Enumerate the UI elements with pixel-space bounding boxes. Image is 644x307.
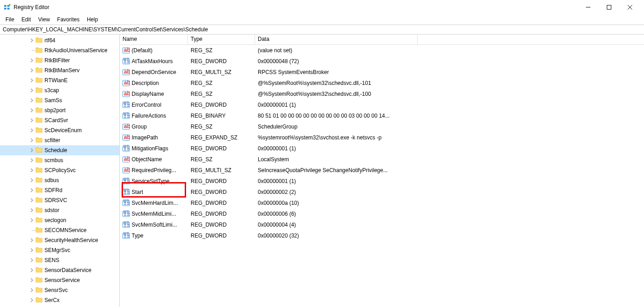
list-row[interactable]: ImagePathREG_EXPAND_SZ%systemroot%\syste… — [120, 132, 644, 143]
chevron-right-icon[interactable] — [29, 267, 34, 273]
column-name[interactable]: Name — [120, 35, 188, 45]
minimize-button[interactable] — [578, 0, 599, 15]
value-type-cell: REG_SZ — [188, 80, 255, 86]
value-name-cell: ImagePath — [120, 134, 188, 141]
address-bar[interactable]: Computer\HKEY_LOCAL_MACHINE\SYSTEM\Curre… — [0, 25, 644, 35]
registry-binary-icon — [123, 145, 130, 152]
column-type[interactable]: Type — [188, 35, 255, 45]
tree-node-sdfrd[interactable]: SDFRd — [0, 185, 119, 195]
folder-icon — [35, 216, 44, 225]
chevron-right-icon[interactable] — [29, 58, 34, 63]
value-name: (Default) — [132, 47, 152, 54]
tree-node-sbp2port[interactable]: sbp2port — [0, 105, 119, 115]
chevron-right-icon[interactable] — [29, 88, 34, 93]
window-title: Registry Editor — [14, 4, 578, 10]
registry-string-icon — [123, 90, 130, 98]
chevron-right-icon[interactable] — [29, 138, 34, 143]
tree-node-scardsvr[interactable]: SCardSvr — [0, 115, 119, 125]
chevron-right-icon[interactable] — [29, 277, 34, 283]
tree-node-sensordataservice[interactable]: SensorDataService — [0, 265, 119, 275]
tree-node-sensorservice[interactable]: SensorService — [0, 275, 119, 285]
chevron-right-icon[interactable] — [29, 198, 34, 203]
chevron-right-icon[interactable] — [29, 158, 34, 163]
list-row[interactable]: ServiceSidTypeREG_DWORD0x00000001 (1) — [120, 176, 644, 187]
chevron-right-icon[interactable] — [29, 297, 34, 303]
list-row[interactable]: ErrorControlREG_DWORD0x00000001 (1) — [120, 99, 644, 110]
chevron-right-icon[interactable] — [29, 68, 34, 73]
value-data-cell: 0x00000002 (2) — [255, 189, 418, 195]
tree-node-sdrsvc[interactable]: SDRSVC — [0, 195, 119, 205]
tree-node-sdstor[interactable]: sdstor — [0, 205, 119, 215]
list-body[interactable]: (Default)REG_SZ(value not set)AtTaskMaxH… — [120, 45, 644, 307]
list-row[interactable]: SvcMemMidLimi...REG_DWORD0x00000006 (6) — [120, 208, 644, 219]
list-row[interactable]: RequiredPrivileg...REG_MULTI_SZSeIncreas… — [120, 165, 644, 176]
list-row[interactable]: StartREG_DWORD0x00000002 (2) — [120, 187, 644, 198]
menu-help[interactable]: Help — [83, 15, 102, 24]
chevron-right-icon[interactable] — [29, 218, 34, 223]
list-row[interactable]: (Default)REG_SZ(value not set) — [120, 45, 644, 56]
value-name: ServiceSidType — [132, 178, 169, 184]
chevron-right-icon[interactable] — [29, 78, 34, 83]
chevron-right-icon[interactable] — [29, 148, 34, 153]
menu-edit[interactable]: Edit — [18, 15, 34, 24]
tree-node-secomnservice[interactable]: SECOMNService — [0, 225, 119, 235]
list-row[interactable]: TypeREG_DWORD0x00000020 (32) — [120, 230, 644, 241]
tree-node-sdbus[interactable]: sdbus — [0, 175, 119, 185]
tree-node-rtkbtfilter[interactable]: RtkBtFilter — [0, 55, 119, 65]
tree-node-samss[interactable]: SamSs — [0, 95, 119, 105]
list-row[interactable]: ObjectNameREG_SZLocalSystem — [120, 154, 644, 165]
column-data[interactable]: Data — [255, 35, 418, 45]
tree-node-scpolicysvc[interactable]: SCPolicySvc — [0, 165, 119, 175]
list-row[interactable]: DisplayNameREG_SZ@%SystemRoot%\system32\… — [120, 89, 644, 99]
tree-node-scdeviceenum[interactable]: ScDeviceEnum — [0, 125, 119, 135]
tree-node-sens[interactable]: SENS — [0, 255, 119, 265]
tree-node-s3cap[interactable]: s3cap — [0, 85, 119, 95]
chevron-right-icon[interactable] — [29, 257, 34, 263]
tree-node-seclogon[interactable]: seclogon — [0, 215, 119, 225]
tree-node-schedule[interactable]: Schedule — [0, 145, 119, 155]
list-row[interactable]: DescriptionREG_SZ@%SystemRoot%\system32\… — [120, 78, 644, 89]
close-button[interactable] — [619, 0, 640, 15]
chevron-right-icon[interactable] — [29, 108, 34, 113]
tree-node-rtf64[interactable]: rtf64 — [0, 35, 119, 45]
tree-pane[interactable]: rtf64RtkAudioUniversalServiceRtkBtFilter… — [0, 35, 120, 307]
value-data-cell: SchedulerGroup — [255, 124, 418, 130]
list-row[interactable]: AtTaskMaxHoursREG_DWORD0x00000048 (72) — [120, 56, 644, 67]
tree-node-sensrsvc[interactable]: SensrSvc — [0, 285, 119, 295]
menu-file[interactable]: File — [2, 15, 18, 24]
tree-node-sercx[interactable]: SerCx — [0, 295, 119, 305]
chevron-right-icon[interactable] — [29, 188, 34, 193]
chevron-right-icon[interactable] — [29, 178, 34, 183]
tree-node-scmbus[interactable]: scmbus — [0, 155, 119, 165]
tree-node-securityhealthservice[interactable]: SecurityHealthService — [0, 235, 119, 245]
list-row[interactable]: GroupREG_SZSchedulerGroup — [120, 121, 644, 132]
list-row[interactable]: SvcMemSoftLimi...REG_DWORD0x00000004 (4) — [120, 219, 644, 230]
list-row[interactable]: MitigationFlagsREG_DWORD0x00000001 (1) — [120, 143, 644, 154]
list-pane[interactable]: Name Type Data (Default)REG_SZ(value not… — [120, 35, 644, 307]
chevron-right-icon[interactable] — [29, 238, 34, 243]
tree-node-rtwlane[interactable]: RTWlanE — [0, 75, 119, 85]
menu-view[interactable]: View — [34, 15, 54, 24]
chevron-right-icon[interactable] — [29, 287, 34, 293]
chevron-right-icon[interactable] — [29, 118, 34, 123]
chevron-right-icon[interactable] — [29, 98, 34, 103]
tree-node-scfilter[interactable]: scfilter — [0, 135, 119, 145]
svg-point-4 — [9, 4, 11, 6]
chevron-right-icon[interactable] — [29, 38, 34, 43]
list-row[interactable]: FailureActionsREG_BINARY80 51 01 00 00 0… — [120, 110, 644, 121]
chevron-right-icon[interactable] — [29, 168, 34, 173]
tree-node-rtkbtmanserv[interactable]: RtkBtManServ — [0, 65, 119, 75]
value-type-cell: REG_SZ — [188, 47, 255, 54]
maximize-button[interactable] — [599, 0, 619, 15]
chevron-right-icon[interactable] — [29, 248, 34, 253]
tree-node-rtkaudiouniversalservice[interactable]: RtkAudioUniversalService — [0, 45, 119, 55]
menu-favorites[interactable]: Favorites — [54, 15, 83, 24]
list-row[interactable]: SvcMemHardLim...REG_DWORD0x0000000a (10) — [120, 198, 644, 208]
chevron-right-icon[interactable] — [29, 208, 34, 213]
value-name-cell: FailureActions — [120, 112, 188, 119]
svg-rect-3 — [7, 8, 10, 10]
tree-node-semgrsvc[interactable]: SEMgrSvc — [0, 245, 119, 255]
svg-rect-6 — [607, 5, 611, 10]
list-row[interactable]: DependOnServiceREG_MULTI_SZRPCSS SystemE… — [120, 67, 644, 78]
chevron-right-icon[interactable] — [29, 128, 34, 133]
